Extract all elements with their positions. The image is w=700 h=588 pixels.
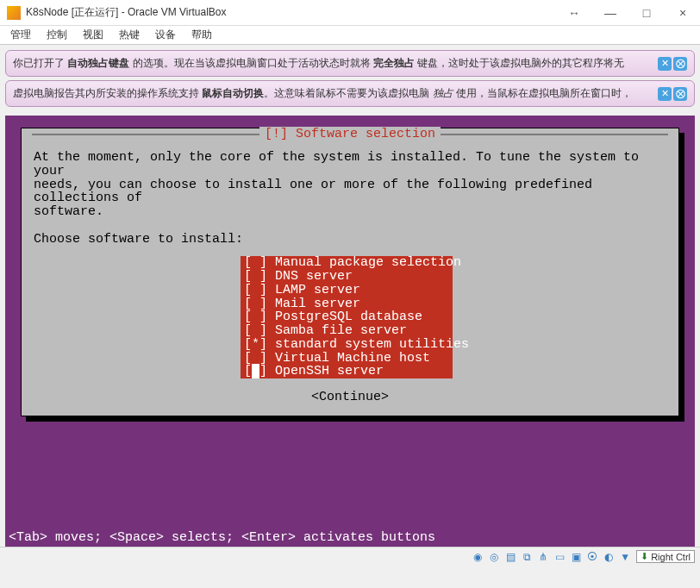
help-bar: <Tab> moves; <Space> selects; <Enter> ac…	[5, 529, 695, 547]
dialog-title: [!] Software selection	[259, 127, 441, 141]
installer-dialog: [!] Software selection At the moment, on…	[21, 128, 679, 416]
maximize-button[interactable]: □	[636, 6, 657, 20]
window-title: K8sNode [正在运行] - Oracle VM VirtualBox	[26, 5, 564, 20]
window-titlebar: K8sNode [正在运行] - Oracle VM VirtualBox ↔ …	[0, 0, 700, 26]
notif-dismiss-icon[interactable]: ✕	[658, 57, 672, 71]
software-item[interactable]: [ ] Mail server	[241, 297, 453, 311]
network-icon[interactable]: ⧉	[520, 550, 534, 564]
dialog-paragraph: At the moment, only the core of the syst…	[34, 151, 666, 219]
continue-button[interactable]: <Continue>	[34, 391, 666, 404]
software-item[interactable]: [ ] LAMP server	[241, 284, 453, 297]
choose-label: Choose software to install:	[34, 233, 666, 247]
display-icon[interactable]: ▣	[569, 550, 583, 564]
host-key-indicator[interactable]: ⬇Right Ctrl	[636, 550, 695, 563]
menu-control[interactable]: 控制	[47, 28, 67, 42]
notif-suppress-icon[interactable]: ⨂	[673, 57, 687, 71]
virtualbox-icon	[7, 6, 21, 20]
recording-icon[interactable]: ⦿	[585, 550, 599, 564]
notification-area: 你已打开了 自动独占键盘 的选项。现在当该虚拟电脑窗口处于活动状态时就将 完全独…	[0, 45, 700, 116]
software-item[interactable]: [ ] Samba file server	[241, 324, 453, 338]
notif-dismiss-icon[interactable]: ✕	[658, 87, 672, 101]
hdd-icon[interactable]: ▤	[503, 550, 517, 564]
close-button[interactable]: ×	[672, 6, 693, 20]
menu-devices[interactable]: 设备	[155, 28, 176, 42]
notification-mouse: 虚拟电脑报告其内所安装的操作系统支持 鼠标自动切换。这意味着鼠标不需要为该虚拟电…	[5, 80, 695, 107]
software-item[interactable]: [ ] Virtual Machine host	[241, 352, 453, 366]
menubar: 管理 控制 视图 热键 设备 帮助	[0, 26, 700, 45]
statusbar: ◉ ◎ ▤ ⧉ ⋔ ▭ ▣ ⦿ ◐ ▼ ⬇Right Ctrl	[0, 547, 700, 566]
software-item[interactable]: [ ] OpenSSH server	[241, 365, 453, 378]
menu-manage[interactable]: 管理	[10, 28, 31, 42]
vm-display[interactable]: [!] Software selection At the moment, on…	[5, 116, 695, 547]
mouse-icon[interactable]: ▼	[618, 550, 632, 564]
notification-keyboard: 你已打开了 自动独占键盘 的选项。现在当该虚拟电脑窗口处于活动状态时就将 完全独…	[5, 50, 695, 77]
arrow-down-icon: ⬇	[641, 551, 648, 562]
software-item[interactable]: [ ] Manual package selection	[241, 256, 453, 270]
software-item[interactable]: [*] standard system utilities	[241, 338, 453, 352]
software-list[interactable]: [ ] Manual package selection[ ] DNS serv…	[34, 256, 666, 378]
menu-hotkeys[interactable]: 热键	[119, 28, 140, 42]
disk-icon[interactable]: ◉	[471, 550, 484, 564]
software-item[interactable]: [ ] DNS server	[241, 270, 453, 284]
usb-icon[interactable]: ⋔	[536, 550, 550, 564]
software-item[interactable]: [ ] PostgreSQL database	[241, 310, 453, 324]
cpu-icon[interactable]: ◐	[602, 550, 616, 564]
minimize-button[interactable]: —	[600, 6, 621, 20]
move-icon: ↔	[564, 6, 584, 20]
menu-help[interactable]: 帮助	[191, 28, 212, 42]
notif-suppress-icon[interactable]: ⨂	[673, 87, 687, 101]
menu-view[interactable]: 视图	[83, 28, 103, 42]
optical-icon[interactable]: ◎	[487, 550, 501, 564]
shared-folder-icon[interactable]: ▭	[553, 550, 566, 564]
